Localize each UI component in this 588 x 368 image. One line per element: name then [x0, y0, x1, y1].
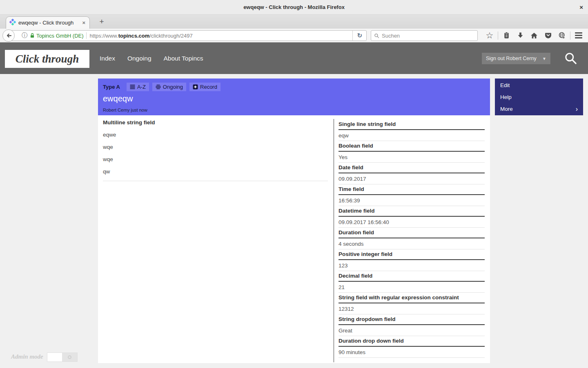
- context-menu-item-edit[interactable]: Edit: [495, 79, 583, 91]
- field-row: Datetime field09.09.2017 16:56:40: [339, 206, 485, 228]
- window-close-icon[interactable]: ×: [579, 0, 583, 15]
- admin-mode-label: Admin mode: [11, 353, 43, 360]
- field-value: 90 minutes: [339, 347, 485, 358]
- field-value: eqw: [339, 130, 485, 141]
- multiline-field: Multiline string field eqwewqewqeqw: [103, 119, 328, 181]
- url-text[interactable]: https://www.topincs.com/clickthrough/249…: [90, 33, 353, 39]
- dropdown-arrow-icon: ▼: [542, 56, 546, 61]
- bookmark-star-button[interactable]: ☆: [483, 29, 497, 42]
- topic-menu-item-record[interactable]: Record: [189, 83, 220, 91]
- field-list: Single line string fieldeqwBoolean field…: [339, 119, 485, 358]
- record-plus-icon: [193, 84, 198, 90]
- page-info-icon[interactable]: ⓘ: [22, 32, 27, 39]
- topic-byline: Robert Cerny just now: [103, 108, 485, 112]
- menu-button[interactable]: [572, 29, 586, 42]
- reload-button[interactable]: ↻: [352, 31, 366, 40]
- chevron-right-icon: ›: [576, 105, 578, 113]
- admin-mode-toggle[interactable]: [47, 352, 78, 362]
- field-label: String dropdown field: [339, 314, 485, 325]
- toggle-knob-icon: [68, 355, 71, 359]
- field-label: Boolean field: [339, 141, 485, 152]
- url-bar[interactable]: ⓘ Topincs GmbH (DE) https://www.topincs.…: [9, 30, 367, 41]
- field-row: Boolean fieldYes: [339, 141, 485, 163]
- site-menu: IndexOngoingAbout Topincs: [100, 43, 203, 74]
- site-identity-label[interactable]: Topincs GmbH (DE): [36, 33, 84, 39]
- pocket-button[interactable]: [541, 29, 555, 42]
- multiline-value: eqwe: [103, 132, 328, 144]
- globe-pencil-icon: [558, 31, 566, 39]
- site-logo[interactable]: Click through: [5, 50, 89, 68]
- multiline-value: qw: [103, 168, 328, 181]
- field-value: 09.09.2017 16:56:40: [339, 217, 485, 228]
- stream-icon: [156, 84, 161, 90]
- page-actions-button[interactable]: [555, 29, 569, 42]
- field-label: Single line string field: [339, 119, 485, 130]
- back-arrow-icon: [5, 32, 12, 39]
- search-box[interactable]: [371, 30, 478, 41]
- window-title: ewqeqw - Click through - Mozilla Firefox: [0, 0, 588, 15]
- toolbar-icons: ☆: [483, 29, 586, 42]
- field-label: Time field: [339, 184, 485, 195]
- field-row: String field with regular expression con…: [339, 293, 485, 314]
- topic-title: ewqeqw: [103, 94, 485, 103]
- reload-icon: ↻: [357, 32, 362, 39]
- browser-tab[interactable]: ewqeqw - Click through ×: [6, 16, 90, 29]
- context-menu-item-more[interactable]: More›: [495, 103, 583, 115]
- list-icon: [130, 84, 135, 90]
- topic-header: Type A A-ZOngoingRecord ewqeqw Robert Ce…: [98, 79, 490, 115]
- field-label: Positive integer field: [339, 249, 485, 260]
- field-value: 4 seconds: [339, 238, 485, 249]
- multiline-value: wqe: [103, 156, 328, 168]
- field-label: Date field: [339, 163, 485, 173]
- nav-item-ongoing[interactable]: Ongoing: [127, 55, 151, 62]
- field-label: Duration field: [339, 228, 485, 238]
- field-row: Single line string fieldeqw: [339, 119, 485, 141]
- search-icon: [374, 33, 379, 38]
- field-value: 123: [339, 260, 485, 271]
- multiline-value: wqe: [103, 144, 328, 156]
- column-divider: [334, 119, 334, 362]
- pocket-icon: [544, 31, 552, 39]
- star-icon: ☆: [486, 31, 494, 40]
- field-label: Duration drop down field: [339, 336, 485, 347]
- site-search-button[interactable]: [564, 52, 577, 67]
- field-label: Multiline string field: [103, 119, 328, 132]
- tab-strip: ewqeqw - Click through × +: [0, 15, 588, 29]
- field-row: Time field16:56:39: [339, 184, 485, 206]
- topic-menu-item-ongoing[interactable]: Ongoing: [152, 83, 186, 91]
- nav-item-index[interactable]: Index: [100, 55, 115, 62]
- identity-separator: [86, 32, 87, 39]
- clipboard-icon: [503, 31, 510, 39]
- nav-toolbar: ⓘ Topincs GmbH (DE) https://www.topincs.…: [0, 29, 588, 43]
- download-icon: [517, 31, 524, 39]
- field-row: Duration drop down field90 minutes: [339, 336, 485, 358]
- new-tab-button[interactable]: +: [96, 17, 107, 26]
- home-button[interactable]: [527, 29, 541, 42]
- field-row: Date field09.09.2017: [339, 163, 485, 184]
- topic-menu: A-ZOngoingRecord: [127, 83, 220, 91]
- tab-title: ewqeqw - Click through: [18, 20, 81, 26]
- topic-menu-item-az[interactable]: A-Z: [127, 83, 149, 91]
- field-value: 09.09.2017: [339, 173, 485, 184]
- topic-type-label: Type A: [103, 84, 120, 90]
- field-value: Great: [339, 325, 485, 336]
- window-titlebar: ewqeqw - Click through - Mozilla Firefox…: [0, 0, 588, 15]
- content-card: Multiline string field eqwewqewqeqw Sing…: [98, 115, 490, 363]
- site-header: Click through IndexOngoingAbout Topincs …: [0, 43, 588, 74]
- search-input[interactable]: [382, 33, 474, 39]
- context-menu: EditHelpMore›: [495, 79, 583, 115]
- nav-item-about-topincs[interactable]: About Topincs: [164, 55, 203, 62]
- downloads-button[interactable]: [513, 29, 527, 42]
- context-menu-item-help[interactable]: Help: [495, 91, 583, 103]
- field-value: 16:56:39: [339, 195, 485, 206]
- tab-close-icon[interactable]: ×: [81, 20, 86, 26]
- field-value: Yes: [339, 152, 485, 163]
- lock-icon: [29, 33, 35, 38]
- field-row: String dropdown fieldGreat: [339, 314, 485, 336]
- field-row: Decimal field21: [339, 271, 485, 293]
- back-button[interactable]: [2, 29, 15, 42]
- signout-button[interactable]: Sign out Robert Cerny ▼: [482, 53, 550, 64]
- bookmarks-menu-button[interactable]: [499, 29, 513, 42]
- field-value: 21: [339, 282, 485, 293]
- home-icon: [530, 31, 538, 40]
